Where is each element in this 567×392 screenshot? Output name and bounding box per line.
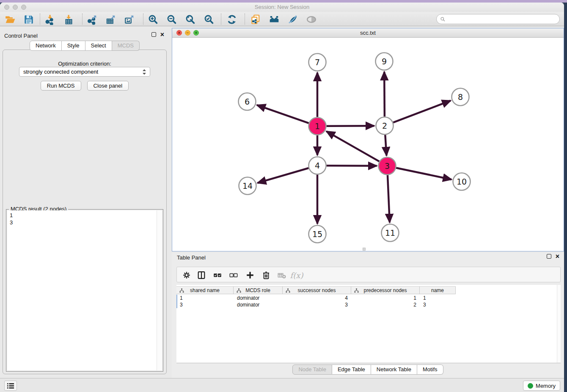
graph-edge-1-6[interactable] bbox=[257, 105, 309, 123]
svg-text:7: 7 bbox=[315, 58, 320, 67]
svg-text:1: 1 bbox=[315, 121, 320, 131]
search-input[interactable] bbox=[446, 16, 559, 22]
table-row[interactable]: 1dominator411 bbox=[176, 295, 456, 301]
table-panel-buttons: × bbox=[547, 254, 559, 259]
graph-node-11[interactable]: 11 bbox=[382, 224, 399, 242]
select-all-icon[interactable] bbox=[212, 270, 223, 281]
graph-node-4[interactable]: 4 bbox=[309, 157, 326, 174]
tab-motifs[interactable]: Motifs bbox=[417, 364, 443, 375]
split-panel-icon[interactable] bbox=[196, 270, 207, 281]
network-canvas[interactable]: 7968124314101511 bbox=[172, 38, 564, 251]
graph-node-2[interactable]: 2 bbox=[376, 117, 394, 135]
graph-edge-2-8[interactable] bbox=[393, 101, 451, 123]
tab-node-table[interactable]: Node Table bbox=[292, 364, 332, 375]
cell-name[interactable]: 1 bbox=[420, 295, 456, 301]
column-header-successor-nodes[interactable]: successor nodes bbox=[283, 287, 351, 294]
mcds-result-text[interactable]: 13 bbox=[7, 210, 162, 370]
graph-node-14[interactable]: 14 bbox=[239, 177, 256, 195]
status-bar: Memory bbox=[0, 378, 564, 392]
toolbar-separator bbox=[82, 14, 83, 25]
cell-predecessor-nodes[interactable]: 1 bbox=[351, 295, 420, 301]
result-line: 1 bbox=[10, 212, 160, 219]
tab-edge-table[interactable]: Edge Table bbox=[332, 364, 371, 375]
tab-select[interactable]: Select bbox=[85, 41, 112, 51]
graph-edge-2-9[interactable] bbox=[384, 72, 385, 116]
graph-node-10[interactable]: 10 bbox=[453, 173, 471, 190]
graph-node-15[interactable]: 15 bbox=[309, 226, 326, 243]
close-panel-icon[interactable]: × bbox=[160, 32, 164, 37]
graph-edge-4-14[interactable] bbox=[258, 168, 309, 183]
cell-shared-name[interactable]: 3 bbox=[176, 301, 234, 308]
float-panel-icon[interactable] bbox=[151, 32, 156, 37]
delete-columns-icon[interactable] bbox=[261, 270, 272, 281]
graph-node-7[interactable]: 7 bbox=[309, 54, 326, 71]
tab-network[interactable]: Network bbox=[30, 41, 62, 51]
graph-edge-4-3[interactable] bbox=[326, 166, 377, 166]
cell-successor-nodes[interactable]: 4 bbox=[283, 295, 351, 301]
cell-MCDS-role[interactable]: dominator bbox=[234, 301, 283, 308]
window-title: Session: New Session bbox=[0, 4, 564, 10]
tab-mcds[interactable]: MCDS bbox=[112, 41, 140, 51]
open-session-icon[interactable] bbox=[4, 14, 16, 25]
graph-edge-3-11[interactable] bbox=[388, 175, 390, 222]
tab-style[interactable]: Style bbox=[62, 41, 85, 51]
svg-text:14: 14 bbox=[242, 181, 253, 190]
zoom-out-icon[interactable] bbox=[166, 14, 177, 25]
svg-text:6: 6 bbox=[245, 97, 250, 106]
export-network-icon[interactable] bbox=[86, 14, 98, 25]
table-row[interactable]: 3dominator323 bbox=[176, 301, 456, 308]
task-history-button[interactable] bbox=[4, 381, 17, 391]
svg-text:3: 3 bbox=[385, 161, 390, 171]
table-settings-icon[interactable] bbox=[181, 270, 192, 281]
cell-predecessor-nodes[interactable]: 2 bbox=[351, 301, 420, 308]
control-panel-title: Control Panel bbox=[4, 33, 38, 39]
graph-node-3[interactable]: 3 bbox=[379, 157, 396, 175]
toggle-graphics-details-icon[interactable] bbox=[287, 14, 298, 25]
cell-shared-name[interactable]: 1 bbox=[176, 295, 234, 301]
deselect-all-icon[interactable] bbox=[228, 270, 239, 281]
cell-name[interactable]: 3 bbox=[420, 301, 456, 308]
refresh-layout-icon[interactable] bbox=[226, 14, 237, 25]
graph-edge-2-3[interactable] bbox=[385, 135, 386, 155]
close-panel-button[interactable]: Close panel bbox=[87, 81, 129, 91]
control-panel: Control Panel × NetworkStyleSelectMCDS O… bbox=[0, 26, 169, 378]
graph-node-9[interactable]: 9 bbox=[376, 53, 393, 70]
export-table-icon[interactable] bbox=[105, 14, 116, 25]
tab-network-table[interactable]: Network Table bbox=[371, 364, 417, 375]
graph-node-6[interactable]: 6 bbox=[239, 93, 256, 110]
table-scrollbar[interactable] bbox=[557, 285, 561, 363]
home-view-icon[interactable] bbox=[268, 14, 280, 25]
memory-button[interactable]: Memory bbox=[523, 381, 560, 391]
table-tabs: Node TableEdge TableNetwork TableMotifs bbox=[172, 364, 564, 375]
result-line: 3 bbox=[10, 219, 160, 226]
zoom-in-icon[interactable] bbox=[147, 14, 159, 25]
run-mcds-button[interactable]: Run MCDS bbox=[41, 81, 81, 91]
column-header-predecessor-nodes[interactable]: predecessor nodes bbox=[351, 287, 420, 294]
column-header-shared-name[interactable]: shared name bbox=[176, 287, 234, 294]
column-header-MCDS-role[interactable]: MCDS role bbox=[234, 287, 283, 294]
zoom-selected-icon[interactable] bbox=[203, 14, 215, 25]
float-table-panel-icon[interactable] bbox=[547, 254, 551, 259]
column-header-name[interactable]: name bbox=[420, 287, 456, 294]
duplicate-network-icon[interactable] bbox=[250, 14, 261, 25]
graph-edge-1-2[interactable] bbox=[326, 126, 374, 126]
graph-edge-3-1[interactable] bbox=[326, 131, 379, 161]
import-network-icon[interactable] bbox=[44, 14, 55, 25]
cell-MCDS-role[interactable]: dominator bbox=[234, 295, 283, 301]
import-table-icon[interactable] bbox=[63, 14, 74, 25]
graph-node-1[interactable]: 1 bbox=[309, 118, 326, 135]
graph-node-8[interactable]: 8 bbox=[452, 88, 469, 106]
save-session-icon[interactable] bbox=[23, 14, 34, 25]
result-scrollbar[interactable] bbox=[157, 210, 162, 370]
add-column-icon[interactable] bbox=[245, 270, 256, 281]
application-window: Session: New Session Control Panel × Net… bbox=[0, 3, 564, 392]
optimization-criterion-select[interactable]: strongly connected component bbox=[19, 67, 150, 77]
graph-edge-3-10[interactable] bbox=[396, 168, 451, 179]
canvas-resize-handle[interactable] bbox=[363, 248, 366, 251]
zoom-fit-icon[interactable] bbox=[184, 14, 196, 25]
search-box[interactable] bbox=[436, 14, 560, 24]
close-table-panel-icon[interactable]: × bbox=[556, 254, 559, 259]
export-image-icon[interactable] bbox=[124, 14, 135, 25]
birds-eye-view-icon[interactable] bbox=[306, 14, 317, 25]
cell-successor-nodes[interactable]: 3 bbox=[283, 301, 351, 308]
